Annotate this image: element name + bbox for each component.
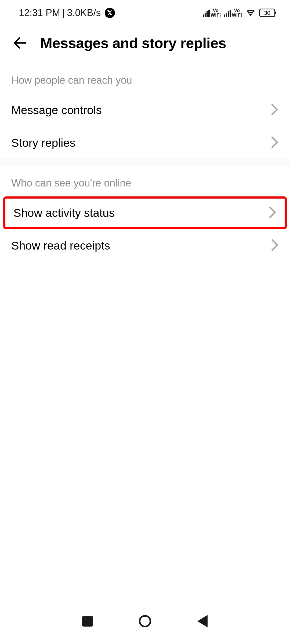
back-button[interactable] [11,34,30,52]
row-activity-status[interactable]: Show activity status [3,196,287,229]
chevron-right-icon [271,103,279,117]
x-app-icon: 𝕏 [105,8,115,18]
arrow-left-icon [12,35,28,51]
status-bar: 12:31 PM | 3.0KB/s 𝕏 VoWiFi VoWiFi 30 [0,0,290,25]
system-nav-bar [0,606,290,644]
row-label: Story replies [11,136,75,149]
battery-icon: 30 [259,9,275,17]
row-story-replies[interactable]: Story replies [0,126,290,159]
row-read-receipts[interactable]: Show read receipts [0,229,290,262]
section-divider [0,159,290,164]
status-data-rate: 3.0KB/s [67,7,101,19]
triangle-left-icon [197,615,208,627]
status-left: 12:31 PM | 3.0KB/s 𝕏 [19,7,115,19]
square-icon [82,616,93,627]
wifi-icon [245,7,256,19]
row-label: Show activity status [13,206,115,219]
section-header-online: Who can see you're online [0,164,290,196]
page-title: Messages and story replies [40,35,226,51]
signal-1-icon: VoWiFi [203,8,221,17]
chevron-right-icon [271,136,279,149]
row-label: Message controls [11,104,102,117]
app-header: Messages and story replies [0,25,290,62]
status-right: VoWiFi VoWiFi 30 [203,7,275,19]
status-time: 12:31 PM [19,7,60,19]
signal-2-icon: VoWiFi [224,8,242,17]
nav-recents-button[interactable] [80,614,95,629]
status-separator: | [62,7,65,19]
row-label: Show read receipts [11,239,110,252]
battery-percentage: 30 [264,10,270,16]
row-message-controls[interactable]: Message controls [0,94,290,126]
section-header-reach: How people can reach you [0,62,290,94]
chevron-right-icon [271,239,279,252]
chevron-right-icon [269,206,277,219]
nav-home-button[interactable] [138,614,153,629]
nav-back-button[interactable] [195,614,210,629]
circle-icon [139,615,151,627]
